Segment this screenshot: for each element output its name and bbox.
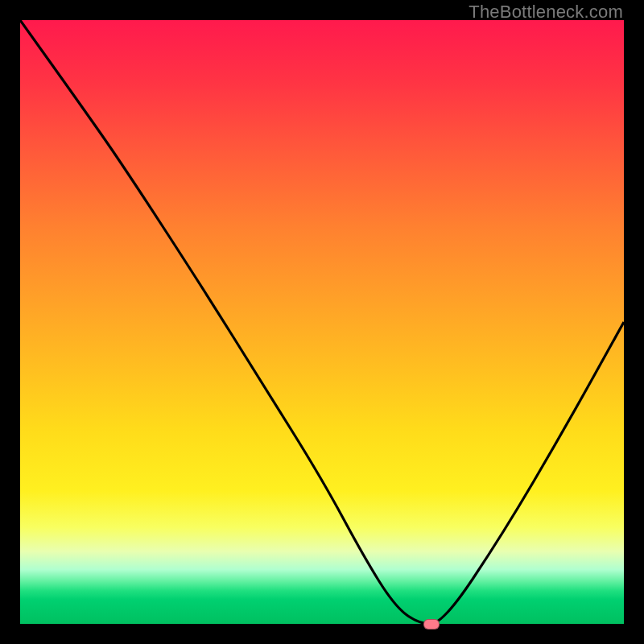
curve-svg — [20, 20, 624, 624]
bottleneck-curve-path — [20, 20, 624, 624]
optimal-point-marker — [423, 619, 440, 630]
plot-area — [20, 20, 624, 624]
chart-stage: TheBottleneck.com — [0, 0, 644, 644]
